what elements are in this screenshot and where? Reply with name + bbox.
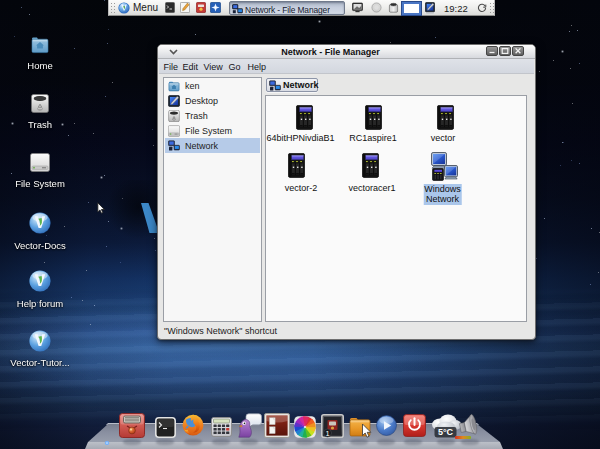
svg-text:1: 1 bbox=[325, 429, 329, 438]
svg-text:5°C: 5°C bbox=[438, 427, 454, 437]
